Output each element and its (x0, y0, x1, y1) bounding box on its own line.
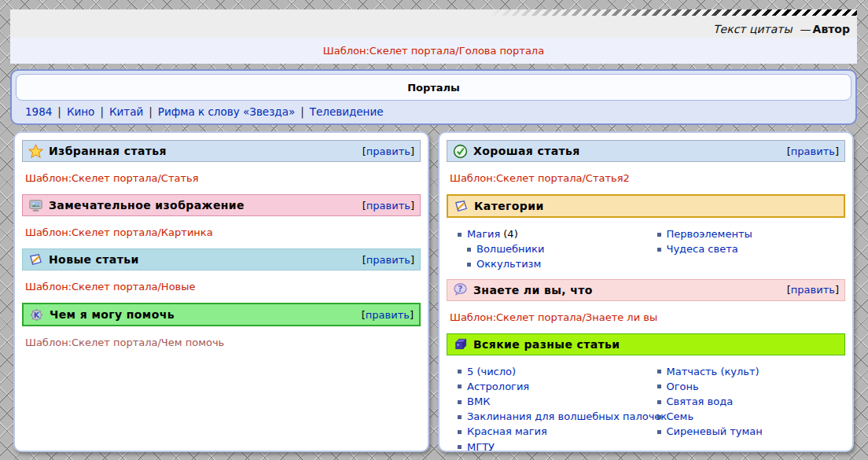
separator: | (300, 105, 304, 118)
bracket: ] (835, 284, 839, 296)
categories-list: Магия(4) Волшебники Оккультизм Первоэлем… (447, 218, 845, 279)
edit-link[interactable]: править (366, 145, 410, 157)
list-item: Сиреневый туман (657, 424, 846, 439)
article-link[interactable]: Сиреневый туман (667, 425, 763, 437)
article-link[interactable]: Заклинания для волшебных палочек (467, 410, 667, 422)
portal-link[interactable]: Телевидение (310, 105, 384, 118)
misc-col-1: 5 (число) Астрология ВМК Заклинания для … (447, 364, 646, 452)
template-red-link[interactable]: Шаблон:Скелет портала/Новые (25, 281, 196, 293)
blue-box-icon (453, 337, 468, 351)
article-link[interactable]: Огонь (667, 381, 699, 392)
article-link[interactable]: Святая вода (667, 396, 734, 407)
categories-col-1: Магия(4) Волшебники Оккультизм (447, 226, 646, 272)
article-link[interactable]: Красная магия (467, 425, 547, 437)
template-red-link[interactable]: Шаблон:Скелет портала/Статья (25, 172, 199, 184)
bullet-square-icon (657, 415, 661, 419)
list-item: Оккультизм (467, 256, 646, 271)
list-item: Красная магия (458, 424, 646, 439)
edit-link-wrapper: [править] (362, 200, 414, 212)
edit-link[interactable]: править (791, 284, 835, 296)
bullet-square-icon (657, 400, 661, 404)
bullet-square-icon (458, 370, 462, 374)
section-title: Категории (474, 200, 544, 212)
section-title: Избранная статья (49, 145, 167, 157)
bullet-square-icon (458, 233, 462, 237)
section-header-how-to-help: K Чем я могу помочь [править] (22, 303, 421, 326)
categories-col-2: Первоэлементы Чудеса света (646, 226, 846, 272)
section-header-good-article: Хорошая статья [править] (447, 140, 845, 162)
edit-link-wrapper: [править] (787, 284, 839, 296)
bullet-square-icon (458, 445, 462, 449)
edit-link[interactable]: править (366, 309, 410, 321)
list-item: Волшебники (467, 241, 646, 256)
head-template-red-link[interactable]: Шаблон:Скелет портала/Голова портала (323, 38, 544, 64)
category-link[interactable]: Первоэлементы (667, 228, 752, 240)
section-title: Новые статьи (49, 253, 139, 266)
article-link[interactable]: ВМК (467, 396, 490, 407)
bullet-square-icon (657, 430, 661, 434)
template-red-link-visited[interactable]: Шаблон:Скелет портала/Чем помочь (25, 337, 224, 348)
section-title: Чем я могу помочь (50, 308, 175, 321)
quote-bar: Текст цитаты—Автор (10, 9, 857, 38)
template-red-link[interactable]: Шаблон:Скелет портала/Знаете ли вы (450, 311, 657, 323)
quote-author: Автор (813, 23, 850, 35)
category-link[interactable]: Чудеса света (667, 243, 738, 255)
section-header-remarkable-image: Замечательное изображение [править] (22, 194, 421, 216)
article-link[interactable]: МГТУ (467, 441, 495, 452)
portal-link[interactable]: Китай (109, 105, 143, 118)
list-item: Чудеса света (657, 241, 846, 256)
bullet-square-icon (458, 430, 462, 434)
portals-nav-box: Порталы 1984|Кино|Китай|Рифма к слову «З… (10, 69, 857, 125)
edit-link[interactable]: править (366, 254, 410, 266)
portals-title-box: Порталы (16, 74, 851, 101)
list-item: ВМК (458, 394, 646, 409)
list-item: Первоэлементы (657, 226, 846, 241)
bullet-square-icon (657, 385, 661, 388)
section-header-new-articles: Новые статьи [править] (22, 248, 421, 270)
list-item: Заклинания для волшебных палочек (458, 409, 646, 424)
article-link[interactable]: 5 (число) (467, 366, 516, 377)
bullet-square-icon (458, 385, 462, 388)
bracket: ] (410, 200, 414, 212)
separator: | (149, 105, 153, 118)
check-circle-icon (453, 144, 468, 159)
portal-link[interactable]: 1984 (25, 105, 52, 118)
bullet-square-icon (458, 400, 462, 404)
portal-head-bar: Шаблон:Скелет портала/Голова портала (10, 38, 857, 64)
misc-col-2: Матчасть (культ) Огонь Святая вода Семь … (646, 364, 846, 452)
bracket: ] (410, 145, 414, 157)
notepad-pen-icon (454, 199, 469, 214)
quote-dash: — (800, 23, 811, 35)
question-bubble-icon: ? (453, 282, 468, 297)
bullet-square-icon (657, 233, 661, 237)
portal-link[interactable]: Кино (67, 105, 94, 118)
list-item: МГТУ (458, 440, 646, 452)
list-item: Святая вода (657, 394, 846, 409)
edit-link-wrapper: [править] (362, 309, 414, 321)
bullet-square-icon (657, 370, 661, 374)
edit-link[interactable]: править (791, 145, 835, 157)
portals-title: Порталы (407, 82, 460, 94)
notepad-pen-icon (28, 252, 43, 267)
bracket: ] (835, 145, 839, 157)
right-panel: Хорошая статья [править] Шаблон:Скелет п… (438, 131, 854, 452)
quote-text: Текст цитаты (713, 23, 793, 35)
edit-link[interactable]: править (366, 200, 410, 212)
category-link[interactable]: Оккультизм (476, 258, 541, 270)
template-red-link[interactable]: Шаблон:Скелет портала/Статья2 (450, 172, 630, 184)
list-item: Астрология (458, 379, 646, 394)
article-link[interactable]: Астрология (467, 381, 529, 392)
article-link[interactable]: Матчасть (культ) (667, 366, 760, 377)
article-link[interactable]: Семь (667, 410, 694, 422)
left-panel: Избранная статья [править] Шаблон:Скелет… (13, 131, 429, 452)
category-link[interactable]: Магия (467, 228, 500, 240)
bullet-square-icon (657, 248, 661, 252)
section-title: Всякие разные статьи (473, 338, 620, 351)
portal-link[interactable]: Рифма к слову «Звезда» (158, 105, 295, 118)
separator: | (100, 105, 104, 118)
svg-text:K: K (34, 310, 40, 318)
section-title: Знаете ли вы, что (473, 284, 593, 296)
template-red-link[interactable]: Шаблон:Скелет портала/Картинка (25, 226, 213, 238)
category-link[interactable]: Волшебники (476, 243, 544, 255)
page-frame: Текст цитаты—Автор Шаблон:Скелет портала… (10, 9, 857, 452)
